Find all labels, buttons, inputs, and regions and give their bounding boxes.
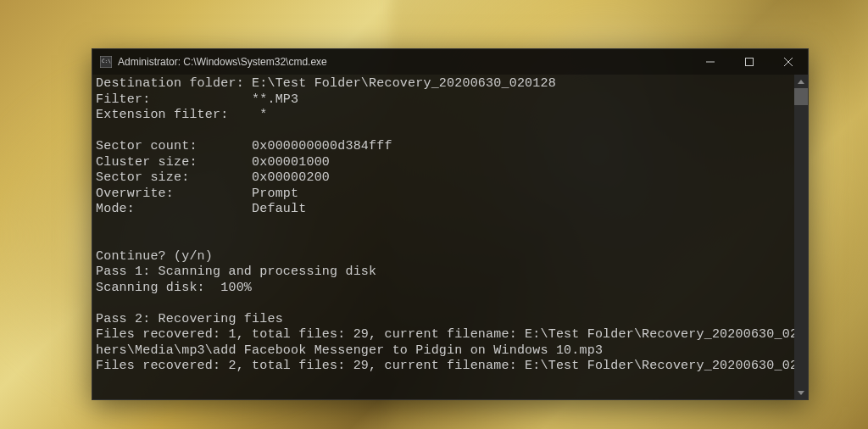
out-line: Pass 1: Scanning and processing disk (96, 265, 376, 279)
svg-marker-6 (798, 80, 804, 84)
out-line: Filter: **.MP3 (96, 92, 298, 107)
window-title: Administrator: C:\Windows\System32\cmd.e… (118, 56, 691, 68)
terminal-body: Destination folder: E:\Test Folder\Recov… (92, 75, 808, 399)
out-line: Continue? (y/n) (96, 249, 213, 264)
svg-text:C:\: C:\ (102, 58, 111, 64)
terminal-output[interactable]: Destination folder: E:\Test Folder\Recov… (92, 75, 794, 399)
titlebar[interactable]: C:\ Administrator: C:\Windows\System32\c… (92, 49, 808, 75)
cmd-icon: C:\ (99, 55, 113, 69)
minimize-button[interactable] (691, 49, 730, 75)
svg-marker-7 (798, 391, 804, 395)
out-line: Files recovered: 2, total files: 29, cur… (96, 359, 794, 373)
out-line: Sector size: 0x00000200 (96, 170, 330, 185)
scroll-down-button[interactable] (794, 386, 808, 399)
out-line: hers\Media\mp3\add Facebook Messenger to… (96, 343, 603, 358)
terminal-window: C:\ Administrator: C:\Windows\System32\c… (92, 48, 809, 400)
maximize-button[interactable] (730, 49, 769, 75)
out-line: Pass 2: Recovering files (96, 312, 283, 326)
out-line: Files recovered: 1, total files: 29, cur… (96, 327, 794, 342)
window-controls (691, 49, 808, 75)
close-button[interactable] (769, 49, 808, 75)
scroll-thumb[interactable] (794, 88, 808, 105)
scroll-up-button[interactable] (794, 75, 808, 88)
vertical-scrollbar[interactable] (794, 75, 808, 399)
out-line: Sector count: 0x000000000d384fff (96, 139, 392, 153)
svg-rect-3 (746, 58, 754, 66)
out-line: Destination folder: E:\Test Folder\Recov… (96, 76, 556, 91)
out-line: Scanning disk: 100% (96, 281, 252, 295)
out-line: Overwrite: Prompt (96, 187, 298, 201)
out-line: Mode: Default (96, 202, 306, 216)
out-line: Extension filter: * (96, 108, 267, 122)
out-line: Cluster size: 0x00001000 (96, 155, 330, 170)
